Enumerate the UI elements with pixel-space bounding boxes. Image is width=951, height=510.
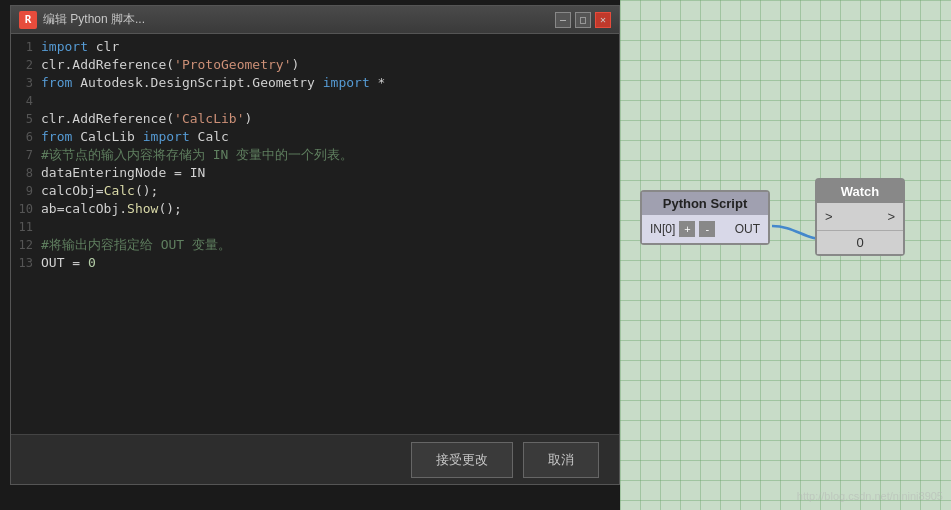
line-num-6: 6 xyxy=(11,128,41,146)
line-num-3: 3 xyxy=(11,74,41,92)
minimize-button[interactable]: — xyxy=(555,12,571,28)
code-line-7: 7 #该节点的输入内容将存储为 IN 变量中的一个列表。 xyxy=(11,146,619,164)
window-title: 编辑 Python 脚本... xyxy=(43,11,145,28)
python-port-remove-button[interactable]: - xyxy=(699,221,715,237)
line-num-2: 2 xyxy=(11,56,41,74)
dynamo-logo: R xyxy=(19,11,37,29)
node-canvas[interactable]: Python Script IN[0] + - OUT Watch > > 0 xyxy=(620,30,951,510)
line-num-1: 1 xyxy=(11,38,41,56)
line-num-13: 13 xyxy=(11,254,41,272)
python-node-header: Python Script xyxy=(642,192,768,215)
line-content-8: dataEnteringNode = IN xyxy=(41,164,205,182)
line-content-2: clr.AddReference('ProtoGeometry') xyxy=(41,56,299,74)
line-content-7: #该节点的输入内容将存储为 IN 变量中的一个列表。 xyxy=(41,146,353,164)
connection-wire xyxy=(620,30,951,510)
code-line-3: 3 from Autodesk.DesignScript.Geometry im… xyxy=(11,74,619,92)
line-num-8: 8 xyxy=(11,164,41,182)
line-num-12: 12 xyxy=(11,236,41,254)
code-line-9: 9 calcObj=Calc(); xyxy=(11,182,619,200)
line-content-10: ab=calcObj.Show(); xyxy=(41,200,182,218)
titlebar-buttons: — □ ✕ xyxy=(555,12,611,28)
close-button[interactable]: ✕ xyxy=(595,12,611,28)
code-line-8: 8 dataEnteringNode = IN xyxy=(11,164,619,182)
watch-port-out: > xyxy=(887,209,895,224)
watch-node-header: Watch xyxy=(817,180,903,203)
line-content-9: calcObj=Calc(); xyxy=(41,182,158,200)
code-line-1: 1 import clr xyxy=(11,38,619,56)
python-script-node[interactable]: Python Script IN[0] + - OUT xyxy=(640,190,770,245)
code-line-10: 10 ab=calcObj.Show(); xyxy=(11,200,619,218)
maximize-button[interactable]: □ xyxy=(575,12,591,28)
line-num-10: 10 xyxy=(11,200,41,218)
accept-button[interactable]: 接受更改 xyxy=(411,442,513,478)
line-content-13: OUT = 0 xyxy=(41,254,96,272)
line-num-11: 11 xyxy=(11,218,41,236)
line-num-9: 9 xyxy=(11,182,41,200)
title-left: R 编辑 Python 脚本... xyxy=(19,11,145,29)
titlebar: R 编辑 Python 脚本... — □ ✕ xyxy=(11,6,619,34)
watch-value-display: 0 xyxy=(817,230,903,254)
line-num-5: 5 xyxy=(11,110,41,128)
editor-bottom-bar: 接受更改 取消 xyxy=(11,434,619,484)
python-port-in-label: IN[0] xyxy=(650,222,675,236)
line-content-5: clr.AddReference('CalcLib') xyxy=(41,110,252,128)
watch-node[interactable]: Watch > > 0 xyxy=(815,178,905,256)
line-num-7: 7 xyxy=(11,146,41,164)
python-port-out-label: OUT xyxy=(735,222,760,236)
line-content-3: from Autodesk.DesignScript.Geometry impo… xyxy=(41,74,385,92)
line-content-1: import clr xyxy=(41,38,119,56)
watermark: http://blog.csdn.net/ninini8905 xyxy=(797,490,943,502)
code-line-2: 2 clr.AddReference('ProtoGeometry') xyxy=(11,56,619,74)
python-node-body: IN[0] + - OUT xyxy=(642,215,768,243)
line-content-6: from CalcLib import Calc xyxy=(41,128,229,146)
code-line-6: 6 from CalcLib import Calc xyxy=(11,128,619,146)
editor-window: R 编辑 Python 脚本... — □ ✕ 1 import clr 2 c… xyxy=(10,5,620,485)
line-content-12: #将输出内容指定给 OUT 变量。 xyxy=(41,236,231,254)
code-line-5: 5 clr.AddReference('CalcLib') xyxy=(11,110,619,128)
code-line-13: 13 OUT = 0 xyxy=(11,254,619,272)
code-line-4: 4 xyxy=(11,92,619,110)
python-port-add-button[interactable]: + xyxy=(679,221,695,237)
watch-port-in: > xyxy=(825,209,833,224)
cancel-button[interactable]: 取消 xyxy=(523,442,599,478)
line-num-4: 4 xyxy=(11,92,41,110)
code-line-12: 12 #将输出内容指定给 OUT 变量。 xyxy=(11,236,619,254)
code-line-11: 11 xyxy=(11,218,619,236)
watch-node-body: > > xyxy=(817,203,903,230)
code-editor[interactable]: 1 import clr 2 clr.AddReference('ProtoGe… xyxy=(11,34,619,434)
